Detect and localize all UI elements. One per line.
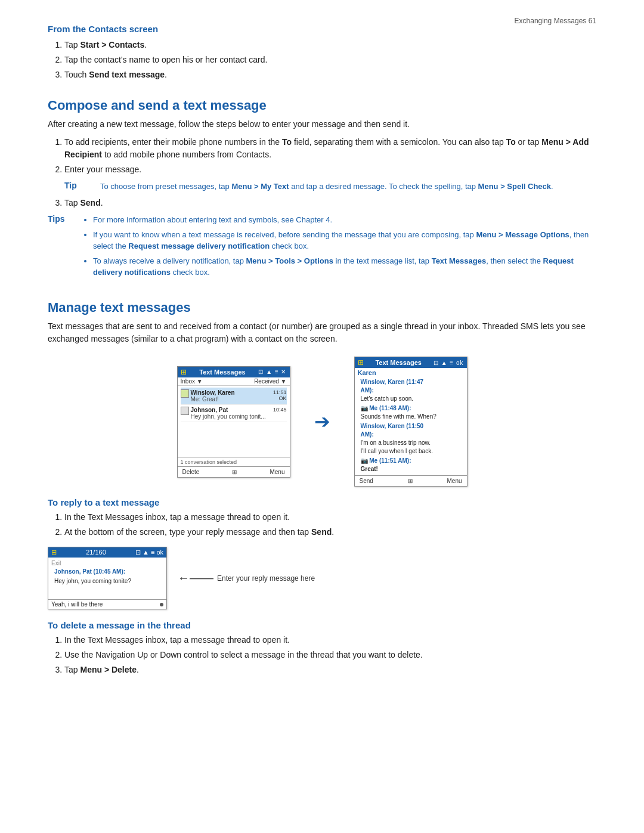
phone2-title: Text Messages [375, 359, 421, 366]
phone1-msg1: Winslow, Karen Me: Great! 11:51 OK [181, 388, 287, 405]
tip-row: Tip To choose from preset messages, tap … [64, 181, 596, 193]
thread-msg4-body: Great! [361, 466, 378, 472]
compose-step-3: Tap Send. [64, 197, 596, 209]
thread-msg1-sender: Winslow, Karen (11:47AM): [361, 379, 424, 394]
delete-step-2: Use the Navigation Up or Down control to… [64, 649, 596, 661]
reply-phone-body: Exit Johnson, Pat (10:45 AM): Hey john, … [48, 558, 166, 599]
phone2-thread-name: Karen [355, 368, 467, 376]
manage-heading: Manage text messages [48, 300, 596, 315]
reply-exit-label: Exit [51, 559, 163, 567]
phone1-msg1-time: 11:51 [273, 389, 287, 395]
phone1-msg2-preview: Hey john, you coming tonit... [191, 413, 266, 420]
phone1-footer: Delete ⊞ Menu [178, 466, 290, 477]
phone1-msg2: Johnson, Pat Hey john, you coming tonit.… [181, 405, 287, 422]
reply-msg-body: Hey john, you coming tonite? [51, 577, 163, 586]
reply-icons: ⊡ ▲ ≡ ok [135, 549, 163, 556]
thread-msg-4: 📷 Me (11:51 AM): Great! [358, 456, 464, 474]
compose-intro: After creating a new text message, follo… [48, 118, 596, 131]
phone2-icons: ⊡ ▲ ≡ ok [434, 360, 464, 366]
thread-msg2-sender: 📷 Me (11:48 AM): [361, 405, 411, 411]
phone1-msg1-icon [181, 389, 189, 398]
delete-steps: In the Text Messages inbox, tap a messag… [64, 634, 596, 676]
reply-heading: To reply to a text message [48, 497, 596, 507]
phone1-msg2-sender: Johnson, Pat [191, 407, 266, 413]
manage-intro: Text messages that are sent to and recei… [48, 320, 596, 346]
phone2-titlebar: ⊞ Text Messages ⊡ ▲ ≡ ok [355, 357, 467, 368]
tips-content: For more information about entering text… [83, 214, 596, 283]
tips-row: Tips For more information about entering… [48, 214, 596, 283]
tips-label: Tips [48, 214, 83, 283]
reply-steps: In the Text Messages inbox, tap a messag… [64, 511, 596, 538]
phone2-body: Winslow, Karen (11:47AM): Let's catch up… [355, 376, 467, 475]
tip-menu-spellcheck: Menu > Spell Check [478, 182, 551, 191]
thread-msg2-body: Sounds fine with me. When? [361, 413, 436, 420]
send-bold: Send [80, 198, 100, 208]
tips-list: For more information about entering text… [93, 214, 596, 278]
phone1-screen: ⊞ Text Messages ⊡ ▲ ≡ ✕ Inbox ▼ Received… [177, 366, 290, 478]
phone2-menu: Menu [447, 478, 462, 484]
phone1-received: Received ▼ [254, 378, 286, 385]
reply-step2-bold: Send [311, 527, 332, 537]
phone1-msg1-sender: Winslow, Karen [191, 389, 235, 396]
reply-container: ⊞ 21/160 ⊡ ▲ ≡ ok Exit Johnson, Pat (10:… [48, 547, 596, 609]
reply-label-row: ←—— Enter your reply message here [178, 571, 315, 585]
from-contacts-step-3: Touch Send text message. [64, 69, 596, 81]
phone1-grid: ⊞ [232, 469, 237, 475]
reply-msg-sender: Johnson, Pat (10:45 AM): [51, 567, 163, 577]
tip3-bold3: Request delivery notifications [93, 256, 574, 277]
tip-1: For more information about entering text… [93, 214, 596, 226]
from-contacts-step-1: Tap Start > Contacts. [64, 39, 596, 51]
thread-msg3-sender: Winslow, Karen (11:50AM): [361, 423, 424, 438]
phone1-logo: ⊞ [181, 368, 187, 376]
tip-menu-mytext: Menu > My Text [231, 182, 289, 191]
reply-title-left: 21/160 [86, 549, 106, 556]
to-bold: To [282, 137, 292, 147]
phone1-footer-note: 1 conversation selected [178, 457, 290, 466]
phone1-msg2-time: 10:45 [273, 407, 287, 413]
page-number: Exchanging Messages 61 [515, 17, 596, 25]
phone1-inbox: Inbox ▼ [181, 378, 203, 385]
phone1-menu: Menu [270, 469, 284, 475]
from-contacts-section: From the Contacts screen Tap Start > Con… [48, 24, 596, 81]
reply-step-1: In the Text Messages inbox, tap a messag… [64, 511, 596, 524]
reply-titlebar: ⊞ 21/160 ⊡ ▲ ≡ ok [48, 547, 166, 558]
thread-msg-2: 📷 Me (11:48 AM): Sounds fine with me. Wh… [358, 404, 464, 422]
reply-msg-sender-text: Johnson, Pat (10:45 AM): [54, 568, 125, 575]
phone2-screen: ⊞ Text Messages ⊡ ▲ ≡ ok Karen Winslow, … [354, 357, 467, 487]
phone1-body: Winslow, Karen Me: Great! 11:51 OK Johns… [178, 386, 290, 457]
phone1-subbar: Inbox ▼ Received ▼ [178, 377, 290, 386]
phone1-msg1-preview: Me: Great! [191, 396, 235, 402]
manage-section: Manage text messages Text messages that … [48, 300, 596, 676]
tip-2: If you want to know when a text message … [93, 229, 596, 252]
reply-input-row: Yeah, i will be there [48, 599, 166, 609]
thread-msg4-sender: 📷 Me (11:51 AM): [361, 457, 411, 464]
tip-label: Tip [64, 181, 100, 193]
reply-label-arrow: ←—— [178, 571, 213, 585]
tip-text: To choose from preset messages, tap Menu… [100, 181, 553, 193]
step3-bold: Send text message [89, 70, 165, 79]
phone1-msg1-ok: OK [273, 395, 287, 401]
phone1-titlebar: ⊞ Text Messages ⊡ ▲ ≡ ✕ [178, 367, 290, 377]
thread-msg3-body: I'm on a business trip now.I'll call you… [361, 439, 433, 454]
tip2-bold2: Request message delivery notification [128, 241, 270, 250]
compose-heading: Compose and send a text message [48, 98, 596, 113]
phone1-msg2-icon [181, 407, 189, 415]
phone1-delete: Delete [182, 469, 200, 475]
reply-step-2: At the bottom of the screen, type your r… [64, 526, 596, 538]
tip3-bold1: Menu > Tools > Options [246, 256, 333, 265]
delete-step-3: Tap Menu > Delete. [64, 664, 596, 676]
phone2-grid: ⊞ [408, 478, 413, 484]
compose-step3-list: Tap Send. [64, 197, 596, 209]
from-contacts-step-2: Tap the contact's name to open his or he… [64, 54, 596, 66]
phone1-icons: ⊡ ▲ ≡ ✕ [258, 368, 286, 375]
reply-section: To reply to a text message In the Text M… [48, 497, 596, 609]
phone2-send: Send [360, 478, 373, 484]
thread-msg1-body: Let's catch up soon. [361, 395, 414, 402]
delete-step-1: In the Text Messages inbox, tap a messag… [64, 634, 596, 646]
reply-input-text: Yeah, i will be there [51, 601, 157, 608]
phone2-footer: Send ⊞ Menu [355, 475, 467, 486]
thread-msg-1: Winslow, Karen (11:47AM): Let's catch up… [358, 377, 464, 404]
step1-bold: Start > Contacts [80, 40, 144, 49]
arrow: ➔ [314, 410, 330, 433]
thread-msg-3: Winslow, Karen (11:50AM): I'm on a busin… [358, 422, 464, 456]
